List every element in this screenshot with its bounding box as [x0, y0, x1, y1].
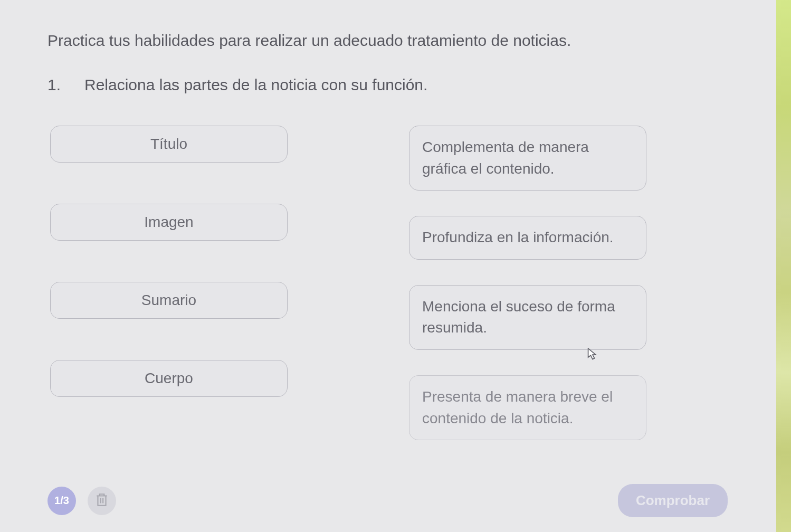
right-column: Complementa de manera gráfica el conteni…	[409, 126, 646, 440]
match-right-1[interactable]: Profundiza en la información.	[409, 216, 646, 260]
left-column: Título Imagen Sumario Cuerpo	[50, 126, 288, 440]
footer-bar: 1/3 Comprobar	[47, 484, 728, 517]
question-row: 1. Relaciona las partes de la noticia co…	[47, 76, 744, 94]
match-right-2[interactable]: Menciona el suceso de forma resumida.	[409, 285, 646, 350]
page-edge-decoration	[776, 0, 791, 532]
match-right-3[interactable]: Presenta de manera breve el contenido de…	[409, 375, 646, 440]
trash-icon	[95, 492, 109, 509]
matching-area: Título Imagen Sumario Cuerpo Complementa…	[47, 126, 744, 440]
match-left-cuerpo[interactable]: Cuerpo	[50, 360, 288, 397]
footer-left: 1/3	[47, 487, 116, 515]
question-number: 1.	[47, 76, 84, 94]
exercise-content: Practica tus habilidades para realizar u…	[0, 0, 791, 440]
check-button[interactable]: Comprobar	[618, 484, 728, 517]
intro-text: Practica tus habilidades para realizar u…	[47, 32, 744, 50]
match-left-sumario[interactable]: Sumario	[50, 282, 288, 319]
page-indicator: 1/3	[47, 487, 76, 515]
match-left-imagen[interactable]: Imagen	[50, 204, 288, 241]
match-left-titulo[interactable]: Título	[50, 126, 288, 163]
match-right-0[interactable]: Complementa de manera gráfica el conteni…	[409, 126, 646, 191]
reset-button[interactable]	[88, 487, 116, 515]
question-text: Relaciona las partes de la noticia con s…	[84, 76, 427, 94]
